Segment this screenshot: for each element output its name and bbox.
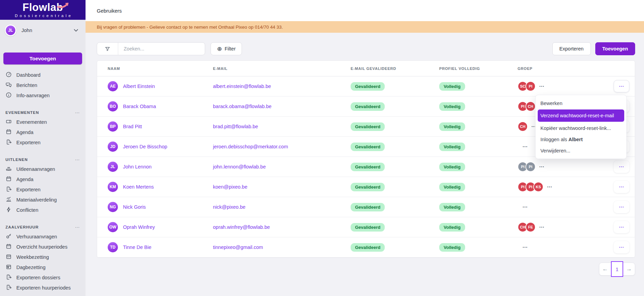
sidebar-section-zaalverhuur: ZAALVERHUUR ⋯: [0, 223, 86, 232]
logo-text: Flowlab: [22, 2, 63, 13]
row-actions-button[interactable]: ⋯: [614, 181, 629, 193]
user-name-link[interactable]: Barack Obama: [123, 104, 156, 109]
section-label: EVENEMENTEN: [5, 110, 39, 115]
sidebar-item-exporteren-huurperiodes[interactable]: Exporteren huurperiodes: [0, 283, 86, 293]
user-email-link[interactable]: koen@pixeo.be: [213, 184, 247, 190]
validated-cell: Gevalideerd: [351, 102, 439, 111]
user-cell: OW Oprah Winfrey: [97, 222, 213, 232]
sidebar-item-dashboard[interactable]: Dashboard: [0, 70, 86, 80]
groups-more-ellipsis-icon[interactable]: ⋯: [522, 244, 528, 250]
add-button[interactable]: Toevoegen: [595, 42, 635, 55]
user-name-link[interactable]: Jeroen De Bisschop: [123, 144, 167, 149]
group-avatar[interactable]: PI: [525, 81, 536, 91]
group-avatar[interactable]: CH: [518, 121, 528, 132]
logo-subtitle: Dossiercentrale: [13, 14, 73, 18]
sidebar-item-weekbezetting[interactable]: Weekbezetting: [0, 252, 86, 262]
row-actions-button[interactable]: ⋯: [614, 201, 629, 213]
validated-badge: Gevalideerd: [351, 203, 385, 211]
user-email-link[interactable]: jeroen.debisschop@merkator.com: [213, 144, 288, 149]
sidebar-item-agenda[interactable]: Agenda: [0, 174, 86, 184]
context-menu-item[interactable]: Bewerken: [536, 98, 626, 109]
row-actions-button[interactable]: ⋯: [614, 221, 629, 233]
user-cell: KM Koen Mertens: [97, 182, 213, 192]
groups-more-ellipsis-icon[interactable]: ⋯: [539, 83, 545, 89]
pagination-current-page[interactable]: 1: [611, 261, 623, 277]
sidebar-item-evenementen[interactable]: Evenementen: [0, 117, 86, 127]
sidebar-item-verhuuraanvragen[interactable]: Verhuuraanvragen: [0, 232, 86, 242]
app-logo[interactable]: Flowlab Dossiercentrale: [0, 0, 86, 20]
user-email-link[interactable]: john.lennon@flowlab.be: [213, 164, 266, 169]
sidebar-item-exporteren[interactable]: Exporteren: [0, 137, 86, 148]
groups-more-ellipsis-icon[interactable]: ⋯: [522, 204, 528, 210]
section-label: UITLENEN: [5, 158, 28, 162]
funnel-icon[interactable]: [97, 43, 118, 55]
user-name-link[interactable]: John Lennon: [123, 164, 152, 169]
context-menu-item[interactable]: Verzend wachtwoord-reset-e-mail: [538, 109, 624, 122]
group-avatar[interactable]: CH: [525, 101, 536, 112]
sidebar-item-label: Uitleenaanvragen: [16, 166, 55, 172]
filter-button[interactable]: ⊕ Filter: [211, 42, 242, 55]
pagination-prev-button[interactable]: ←: [599, 263, 611, 276]
user-name-link[interactable]: Koen Mertens: [123, 184, 154, 190]
column-header: GROEP: [518, 66, 606, 71]
user-name-link[interactable]: Tinne De Bie: [123, 245, 151, 250]
search-input[interactable]: [118, 43, 205, 55]
validated-badge: Gevalideerd: [351, 122, 385, 131]
ticket-icon: [5, 118, 12, 126]
context-menu-item[interactable]: Verwijderen...: [536, 145, 626, 156]
section-menu-ellipsis-icon[interactable]: ⋯: [75, 157, 80, 162]
group-avatar[interactable]: FE: [525, 222, 536, 232]
user-avatar: BO: [108, 101, 118, 112]
user-name-link[interactable]: Brad Pitt: [123, 124, 142, 129]
sidebar-item-conflicten[interactable]: Conflicten: [0, 205, 86, 215]
groups-more-ellipsis-icon[interactable]: ⋯: [547, 184, 552, 190]
email-cell: jeroen.debisschop@merkator.com: [213, 144, 351, 150]
user-email-link[interactable]: barack.obama@flowlab.be: [213, 104, 272, 109]
user-name-link[interactable]: Oprah Winfrey: [123, 224, 155, 230]
table-row: OW Oprah Winfrey oprah.winfrey@flowlab.b…: [97, 217, 635, 237]
user-email-link[interactable]: oprah.winfrey@flowlab.be: [213, 224, 270, 230]
sidebar-item-exporteren-dossiers[interactable]: Exporteren dossiers: [0, 272, 86, 283]
sidebar-add-button[interactable]: Toevoegen: [3, 53, 82, 64]
user-email-link[interactable]: tinnepixeo@gmail.com: [213, 245, 263, 250]
profile-cell: Volledig: [439, 143, 518, 151]
sidebar-item-info-aanvragen[interactable]: Info-aanvragen: [0, 90, 86, 101]
user-cell: AE Albert Einstein: [97, 81, 213, 91]
groups-more-ellipsis-icon[interactable]: ⋯: [539, 164, 545, 170]
notice-banner: Bij vragen of problemen - Gelieve contac…: [86, 21, 644, 33]
section-menu-ellipsis-icon[interactable]: ⋯: [75, 110, 80, 115]
sidebar-item-materiaalverdeling[interactable]: Materiaalverdeling: [0, 195, 86, 205]
group-avatar[interactable]: PI: [525, 162, 536, 172]
export-button[interactable]: Exporteren: [552, 42, 591, 55]
sidebar-item-agenda[interactable]: Agenda: [0, 127, 86, 137]
user-name-link[interactable]: Albert Einstein: [123, 84, 155, 89]
section-menu-ellipsis-icon[interactable]: ⋯: [75, 224, 80, 230]
user-email-link[interactable]: brad.pitt@flowlab.be: [213, 124, 258, 129]
pagination-next-button[interactable]: →: [623, 263, 635, 276]
sidebar-item-uitleenaanvragen[interactable]: Uitleenaanvragen: [0, 164, 86, 174]
group-avatar[interactable]: KS: [533, 182, 543, 192]
groups-more-ellipsis-icon[interactable]: ⋯: [539, 224, 545, 230]
row-actions-button[interactable]: ⋯: [614, 161, 629, 173]
sidebar: Flowlab Dossiercentrale JL John Toevoege…: [0, 0, 86, 296]
user-name-link[interactable]: Nick Goris: [123, 204, 146, 210]
user-email-link[interactable]: albert.einstein@flowlab.be: [213, 84, 271, 89]
profile-badge: Volledig: [439, 203, 465, 211]
sidebar-item-berichten[interactable]: Berichten: [0, 80, 86, 90]
groups-more-ellipsis-icon[interactable]: ⋯: [522, 144, 528, 150]
row-actions-button[interactable]: ⋯: [614, 80, 629, 92]
sidebar-item-overzicht-huurperiodes[interactable]: Overzicht huurperiodes: [0, 242, 86, 252]
validated-cell: Gevalideerd: [351, 223, 439, 232]
sidebar-item-dagbezetting[interactable]: Dagbezetting: [0, 262, 86, 272]
context-menu-item[interactable]: Inloggen alsAlbert: [536, 134, 626, 145]
sidebar-item-exporteren[interactable]: Exporteren: [0, 184, 86, 195]
context-menu-item[interactable]: Kopiëer wachtwoord-reset-link...: [536, 122, 626, 134]
user-email-link[interactable]: nick@pixeo.be: [213, 204, 245, 210]
action-cell: ⋯: [606, 161, 635, 173]
user-avatar: JD: [108, 142, 118, 152]
sidebar-item-label: Exporteren huurperiodes: [16, 285, 71, 291]
user-menu[interactable]: JL John: [0, 20, 86, 40]
sidebar-nav: Dashboard Berichten Info-aanvragenEVENEM…: [0, 70, 86, 293]
validated-cell: Gevalideerd: [351, 163, 439, 171]
row-actions-button[interactable]: ⋯: [614, 241, 629, 253]
